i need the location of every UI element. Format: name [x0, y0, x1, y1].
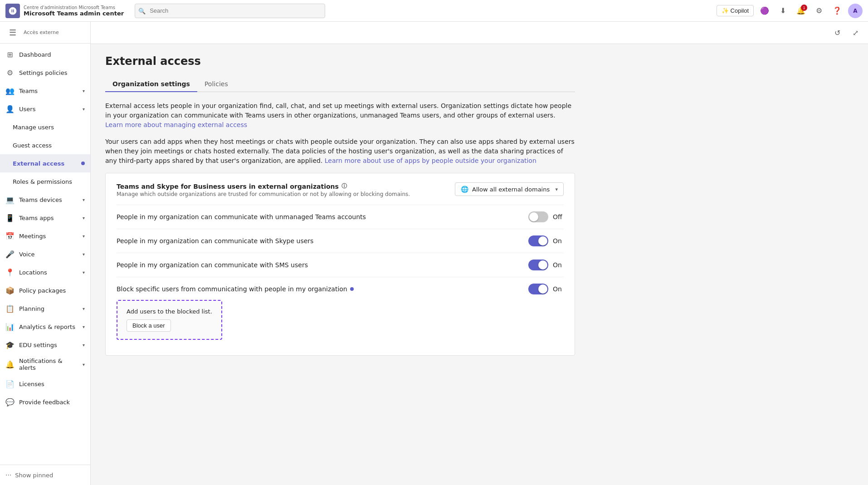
- teams-logo-icon: [5, 4, 20, 18]
- toggle-knob-skype: [538, 236, 547, 245]
- refresh-icon-button[interactable]: ↺: [830, 25, 844, 40]
- teams-apps-icon: 📱: [5, 214, 15, 222]
- teams-icon-button[interactable]: 🟣: [757, 4, 772, 18]
- setting-label-sms: People in my organization can communicat…: [117, 261, 308, 269]
- sidebar-item-edu-settings[interactable]: 🎓 EDU settings ▾: [0, 336, 90, 354]
- main-content: ↺ ⤢ External access Organization setting…: [91, 22, 868, 485]
- globe-icon: 🌐: [461, 186, 468, 193]
- app-body: ☰ Accès externe ⊞ Dashboard ⚙ Settings p…: [0, 22, 868, 485]
- dropdown-chevron-icon: ▾: [555, 186, 558, 192]
- voice-chevron-icon: ▾: [83, 252, 85, 257]
- planning-chevron-icon: ▾: [83, 306, 85, 311]
- section-desc: Manage which outside organizations are t…: [117, 191, 410, 197]
- search-input[interactable]: [135, 4, 325, 18]
- sidebar-item-analytics-reports[interactable]: 📊 Analytics & reports ▾: [0, 318, 90, 336]
- settings-icon: ⚙: [5, 69, 15, 77]
- breadcrumb-top: Centre d'administration Microsoft Teams: [24, 5, 124, 10]
- tab-org-settings[interactable]: Organization settings: [105, 77, 197, 92]
- settings-icon-button[interactable]: ⚙: [812, 4, 826, 18]
- setting-row-skype: People in my organization can communicat…: [117, 229, 564, 253]
- toggle-knob-sms: [538, 260, 547, 269]
- teams-devices-chevron-icon: ▾: [83, 197, 85, 202]
- sidebar-item-planning[interactable]: 📋 Planning ▾: [0, 299, 90, 318]
- topbar: Centre d'administration Microsoft Teams …: [0, 0, 868, 22]
- toggle-unmanaged[interactable]: [528, 211, 548, 222]
- avatar[interactable]: A: [848, 4, 863, 18]
- sidebar-header: ☰ Accès externe: [0, 22, 90, 44]
- show-pinned-label: Show pinned: [15, 472, 53, 479]
- setting-row-block: Block specific users from communicating …: [117, 277, 564, 346]
- setting-label-block: Block specific users from communicating …: [117, 285, 354, 293]
- search-icon: 🔍: [138, 7, 146, 14]
- sidebar-item-meetings[interactable]: 📅 Meetings ▾: [0, 227, 90, 245]
- tab-policies[interactable]: Policies: [197, 77, 235, 92]
- sidebar-item-voice[interactable]: 🎤 Voice ▾: [0, 245, 90, 263]
- download-icon-button[interactable]: ⬇: [775, 4, 790, 18]
- toggle-knob-unmanaged: [529, 212, 538, 221]
- dashboard-icon: ⊞: [5, 50, 15, 59]
- toggle-skype[interactable]: [528, 235, 548, 246]
- notification-bell-button[interactable]: 🔔: [794, 4, 808, 18]
- sidebar-item-external-access[interactable]: External access: [0, 154, 90, 172]
- sidebar-item-manage-users[interactable]: Manage users: [0, 118, 90, 136]
- sidebar-item-teams[interactable]: 👥 Teams ▾: [0, 82, 90, 100]
- sidebar-item-guest-access[interactable]: Guest access: [0, 136, 90, 154]
- help-icon-button[interactable]: ❓: [830, 4, 844, 18]
- edu-chevron-icon: ▾: [83, 343, 85, 348]
- sidebar-item-locations[interactable]: 📍 Locations ▾: [0, 263, 90, 281]
- sidebar-item-notifications-alerts[interactable]: 🔔 Notifications & alerts ▾: [0, 354, 90, 375]
- users-chevron-icon: ▾: [83, 107, 85, 112]
- search-container: 🔍: [135, 4, 325, 18]
- sidebar-item-dashboard[interactable]: ⊞ Dashboard: [0, 45, 90, 64]
- info-icon[interactable]: ⓘ: [341, 182, 347, 190]
- tabs: Organization settings Policies: [105, 77, 575, 92]
- toggle-block[interactable]: [528, 284, 548, 294]
- description-1-link[interactable]: Learn more about managing external acces…: [105, 121, 247, 128]
- setting-row-unmanaged: People in my organization can communicat…: [117, 205, 564, 229]
- description-2-link[interactable]: Learn more about use of apps by people o…: [325, 157, 536, 164]
- teams-apps-chevron-icon: ▾: [83, 216, 85, 220]
- toggle-wrap-unmanaged: Off: [528, 211, 564, 222]
- description-2: Your users can add apps when they host m…: [105, 137, 575, 166]
- expand-icon-button[interactable]: ⤢: [848, 25, 863, 40]
- setting-label-skype: People in my organization can communicat…: [117, 237, 313, 245]
- main-inner: External access Organization settings Po…: [91, 44, 590, 374]
- setting-label-unmanaged: People in my organization can communicat…: [117, 213, 366, 220]
- licenses-icon: 📄: [5, 380, 15, 388]
- sidebar-menu-button[interactable]: ☰: [5, 25, 20, 40]
- feedback-icon: 💬: [5, 398, 15, 407]
- sidebar-item-users[interactable]: 👤 Users ▾: [0, 100, 90, 118]
- notifications-chevron-icon: ▾: [83, 362, 85, 367]
- show-pinned-icon: ···: [5, 471, 11, 479]
- sidebar-breadcrumb: Accès externe: [24, 29, 59, 35]
- show-pinned-button[interactable]: ··· Show pinned: [5, 469, 85, 481]
- edu-icon: 🎓: [5, 341, 15, 349]
- teams-icon: 👥: [5, 87, 15, 95]
- sidebar-item-provide-feedback[interactable]: 💬 Provide feedback: [0, 393, 90, 411]
- teams-devices-icon: 💻: [5, 196, 15, 204]
- toggle-sms[interactable]: [528, 260, 548, 270]
- brand-title: Microsoft Teams admin center: [24, 10, 124, 17]
- brand: Centre d'administration Microsoft Teams …: [5, 4, 124, 18]
- sidebar-item-policy-packages[interactable]: 📦 Policy packages: [0, 281, 90, 299]
- external-orgs-card: Teams and Skype for Business users in ex…: [105, 173, 575, 356]
- description-1: External access lets people in your orga…: [105, 101, 575, 130]
- toggle-wrap-sms: On: [528, 260, 564, 270]
- setting-row-sms: People in my organization can communicat…: [117, 253, 564, 277]
- external-domains-dropdown[interactable]: 🌐 Allow all external domains ▾: [455, 182, 564, 196]
- copilot-icon: ✨: [722, 7, 729, 14]
- sidebar-item-licenses[interactable]: 📄 Licenses: [0, 375, 90, 393]
- meetings-chevron-icon: ▾: [83, 234, 85, 239]
- brand-text: Centre d'administration Microsoft Teams …: [24, 5, 124, 17]
- block-user-box-text: Add users to the blocked list.: [127, 308, 212, 315]
- voice-icon: 🎤: [5, 250, 15, 259]
- sidebar-item-roles-permissions[interactable]: Roles & permissions: [0, 172, 90, 191]
- toggle-state-block: On: [553, 285, 564, 293]
- toggle-knob-block: [538, 284, 547, 294]
- sidebar-item-settings-policies[interactable]: ⚙ Settings policies: [0, 64, 90, 82]
- sidebar-item-teams-devices[interactable]: 💻 Teams devices ▾: [0, 191, 90, 209]
- copilot-button[interactable]: ✨ Copilot: [717, 5, 754, 16]
- block-user-button[interactable]: Block a user: [127, 319, 171, 332]
- setting-row-block-header: Block specific users from communicating …: [117, 284, 564, 294]
- sidebar-item-teams-apps[interactable]: 📱 Teams apps ▾: [0, 209, 90, 227]
